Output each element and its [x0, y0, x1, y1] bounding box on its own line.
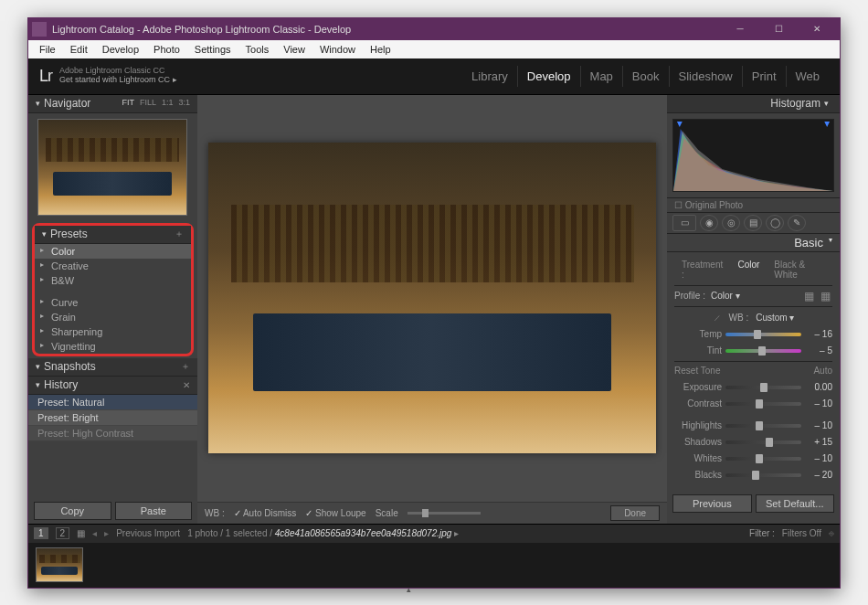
slider-knob[interactable]	[756, 399, 763, 409]
slider-knob[interactable]	[752, 471, 759, 480]
slider-track[interactable]	[725, 349, 801, 353]
copy-button[interactable]: Copy	[34, 502, 111, 520]
chevron-down-icon: ▾	[42, 229, 47, 239]
menu-photo[interactable]: Photo	[146, 42, 187, 57]
module-print[interactable]: Print	[742, 66, 786, 87]
snapshots-header[interactable]: ▾ Snapshots ＋	[28, 358, 197, 377]
redeye-tool-icon[interactable]: ◎	[722, 215, 740, 231]
module-slideshow[interactable]: Slideshow	[669, 66, 742, 87]
slider-track[interactable]	[725, 333, 801, 336]
set-default-button[interactable]: Set Default...	[756, 494, 834, 513]
menu-edit[interactable]: Edit	[63, 42, 95, 57]
slider-track[interactable]	[725, 457, 801, 461]
history-item[interactable]: Preset: Bright	[28, 410, 197, 426]
wb-dropdown[interactable]: Custom ▾	[756, 313, 794, 323]
menu-settings[interactable]: Settings	[187, 42, 238, 57]
filter-lock-icon[interactable]: ⎆	[829, 528, 834, 538]
slider-track[interactable]	[725, 402, 801, 406]
paste-button[interactable]: Paste	[115, 502, 193, 520]
navigator-header[interactable]: ▾ Navigator FIT FILL 1:1 3:1	[28, 95, 197, 113]
scale-slider[interactable]	[408, 512, 481, 515]
slider-knob[interactable]	[756, 421, 763, 430]
nav-mode-fit[interactable]: FIT	[122, 98, 134, 107]
histogram-display[interactable]	[672, 119, 834, 192]
profile-dropdown[interactable]: Color ▾	[711, 291, 740, 301]
logo-line2[interactable]: Get started with Lightroom CC ▸	[59, 76, 177, 85]
wb-dropper-icon[interactable]: ⟋	[713, 313, 722, 323]
gradient-tool-icon[interactable]: ▤	[744, 215, 762, 231]
nav-back-icon[interactable]: ◂	[92, 528, 97, 538]
basic-header[interactable]: Basic ▾	[667, 234, 840, 252]
treatment-color[interactable]: Color	[730, 258, 767, 281]
treatment-bw[interactable]: Black & White	[767, 258, 832, 281]
slider-knob[interactable]	[756, 454, 763, 463]
histogram-header[interactable]: Histogram ▾	[667, 95, 840, 113]
show-loupe-checkbox[interactable]: Show Loupe	[305, 508, 365, 518]
grid-view-2[interactable]: 2	[56, 527, 70, 539]
radial-tool-icon[interactable]: ◯	[766, 215, 784, 231]
nav-fwd-icon[interactable]: ▸	[104, 528, 109, 538]
module-web[interactable]: Web	[786, 66, 830, 87]
minimize-button[interactable]: ─	[721, 18, 759, 40]
previous-button[interactable]: Previous	[672, 494, 751, 513]
original-photo-toggle[interactable]: Original Photo	[667, 197, 840, 212]
history-item[interactable]: Preset: High Contrast	[28, 426, 197, 441]
preset-group-creative[interactable]: Creative	[35, 259, 191, 273]
menu-develop[interactable]: Develop	[95, 42, 146, 57]
done-button[interactable]: Done	[610, 505, 660, 521]
preset-group-grain[interactable]: Grain	[35, 310, 191, 324]
crop-tool-icon[interactable]: ▭	[672, 215, 696, 231]
filmstrip-strip[interactable]	[28, 543, 840, 588]
filmstrip-thumbnail[interactable]	[36, 547, 83, 582]
slider-track[interactable]	[725, 473, 801, 477]
presets-header[interactable]: ▾ Presets ＋	[35, 226, 191, 244]
add-snapshot-button[interactable]: ＋	[181, 360, 190, 373]
preset-group-sharpening[interactable]: Sharpening	[35, 324, 191, 339]
clear-history-button[interactable]: ✕	[183, 380, 190, 390]
close-button[interactable]: ✕	[798, 18, 836, 40]
nav-mode-3to1[interactable]: 3:1	[179, 98, 191, 107]
module-library[interactable]: Library	[462, 66, 517, 87]
slider-knob[interactable]	[760, 383, 767, 392]
add-preset-button[interactable]: ＋	[175, 228, 184, 240]
preset-group-vignetting[interactable]: Vignetting	[35, 339, 191, 354]
menu-view[interactable]: View	[276, 42, 312, 57]
filmstrip-handle-icon[interactable]: ▴	[407, 585, 461, 590]
menu-window[interactable]: Window	[312, 42, 363, 57]
preset-group-color[interactable]: Color	[35, 244, 191, 259]
filter-dropdown[interactable]: Filters Off	[782, 528, 821, 538]
nav-mode-fill[interactable]: FILL	[140, 98, 156, 107]
shadow-clip-icon[interactable]	[677, 122, 683, 127]
history-header[interactable]: ▾ History ✕	[28, 377, 197, 395]
source-label[interactable]: Previous Import	[116, 528, 180, 538]
preset-group-bw[interactable]: B&W	[35, 273, 191, 288]
image-viewer[interactable]	[197, 95, 667, 502]
slider-knob[interactable]	[766, 438, 773, 447]
menu-file[interactable]: File	[32, 42, 63, 57]
spot-tool-icon[interactable]: ◉	[700, 215, 718, 231]
nav-mode-1to1[interactable]: 1:1	[162, 98, 174, 107]
slider-knob[interactable]	[754, 330, 761, 339]
menu-help[interactable]: Help	[363, 42, 398, 57]
preset-group-curve[interactable]: Curve	[35, 295, 191, 310]
slider-knob[interactable]	[758, 346, 766, 356]
slider-track[interactable]	[725, 440, 801, 444]
grid-view-1[interactable]: 1	[34, 527, 48, 539]
menu-tools[interactable]: Tools	[238, 42, 277, 57]
module-map[interactable]: Map	[580, 66, 622, 87]
navigator-thumbnail[interactable]	[37, 119, 187, 216]
grid-icon[interactable]: ▦	[77, 528, 85, 538]
auto-tone-button[interactable]: Auto	[813, 366, 832, 376]
module-book[interactable]: Book	[622, 66, 669, 87]
slider-track[interactable]	[725, 424, 801, 428]
slider-track[interactable]	[725, 386, 801, 389]
highlight-clip-icon[interactable]	[824, 122, 830, 127]
reset-tone-button[interactable]: Reset Tone	[674, 366, 720, 376]
module-develop[interactable]: Develop	[517, 66, 580, 87]
brush-tool-icon[interactable]: ✎	[788, 215, 806, 231]
maximize-button[interactable]: ☐	[759, 18, 798, 40]
app-icon	[32, 22, 47, 37]
profile-browser-icon[interactable]: ▦ ▦	[804, 290, 832, 302]
auto-dismiss-checkbox[interactable]: Auto Dismiss	[234, 508, 297, 518]
history-item[interactable]: Preset: Natural	[28, 395, 197, 410]
